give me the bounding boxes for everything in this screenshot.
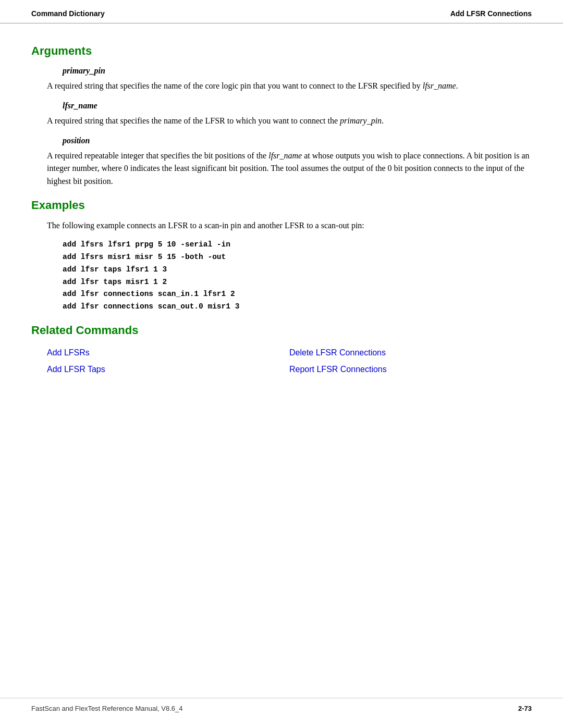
link-add-lfsrs[interactable]: Add LFSRs [47,344,289,361]
arg-lfsr-name: lfsr_name [63,101,532,110]
examples-heading: Examples [31,199,532,212]
page-footer: FastScan and FlexTest Reference Manual, … [0,698,563,712]
code-line-1: add lfsrs lfsr1 prpg 5 10 -serial -in [63,239,532,251]
link-add-lfsr-taps[interactable]: Add LFSR Taps [47,361,289,378]
page-header: Command Dictionary Add LFSR Connections [0,0,563,23]
examples-intro: The following example connects an LFSR t… [47,219,532,232]
related-commands-grid: Add LFSRs Delete LFSR Connections Add LF… [47,344,532,378]
arg-primary-pin: primary_pin [63,66,532,76]
header-left: Command Dictionary [31,9,105,18]
code-line-4: add lfsr taps misr1 1 2 [63,276,532,289]
code-block: add lfsrs lfsr1 prpg 5 10 -serial -in ad… [63,239,532,314]
link-delete-lfsr-connections[interactable]: Delete LFSR Connections [289,344,532,361]
arguments-section: Arguments primary_pin A required string … [31,44,532,188]
page-container: Command Dictionary Add LFSR Connections … [0,0,563,728]
related-commands-heading: Related Commands [31,324,532,337]
arg-position-description: A required repeatable integer that speci… [47,150,532,188]
code-line-2: add lfsrs misr1 misr 5 15 -both -out [63,251,532,264]
code-line-3: add lfsr taps lfsr1 1 3 [63,264,532,276]
footer-left: FastScan and FlexTest Reference Manual, … [31,705,183,712]
arg-lfsr-name-description: A required string that specifies the nam… [47,115,532,128]
code-line-6: add lfsr connections scan_out.0 misr1 3 [63,301,532,313]
footer-right: 2-73 [518,705,532,712]
arg-position: position [63,136,532,145]
examples-section: Examples The following example connects … [31,199,532,313]
code-line-5: add lfsr connections scan_in.1 lfsr1 2 [63,288,532,301]
main-content: Arguments primary_pin A required string … [0,23,563,393]
related-commands-section: Related Commands Add LFSRs Delete LFSR C… [31,324,532,378]
link-report-lfsr-connections[interactable]: Report LFSR Connections [289,361,532,378]
arg-primary-pin-description: A required string that specifies the nam… [47,80,532,93]
header-right: Add LFSR Connections [450,9,532,18]
arguments-heading: Arguments [31,44,532,58]
